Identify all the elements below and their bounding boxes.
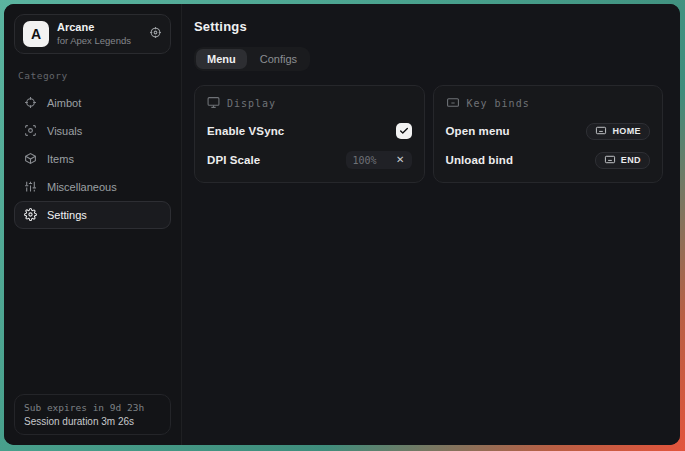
sidebar-item-label: Items — [47, 153, 74, 165]
monitor-icon — [207, 96, 220, 111]
keybinds-card: Key binds Open menu HOME — [433, 85, 664, 183]
open-menu-row: Open menu HOME — [446, 122, 651, 140]
tab-bar: Menu Configs — [194, 47, 310, 71]
sidebar: A Arcane for Apex Legends Category — [4, 4, 182, 445]
clear-icon[interactable]: ✕ — [396, 155, 404, 165]
sidebar-item-label: Aimbot — [47, 97, 81, 109]
page-title: Settings — [194, 19, 663, 34]
vsync-row: Enable VSync — [207, 122, 412, 140]
unload-bind-row: Unload bind END — [446, 151, 651, 169]
sidebar-category-label: Category — [18, 70, 167, 81]
keyboard-icon — [604, 151, 616, 169]
open-menu-bind-button[interactable]: HOME — [586, 123, 650, 140]
tab-configs[interactable]: Configs — [249, 49, 308, 69]
eye-icon — [24, 124, 37, 139]
sidebar-item-settings[interactable]: Settings — [14, 201, 171, 229]
keybinds-card-title: Key binds — [467, 98, 530, 109]
keyboard-icon — [446, 96, 460, 111]
app-logo-letter: A — [31, 26, 41, 42]
display-card: Display Enable VSync DPI Scale — [194, 85, 425, 183]
crosshair-status-icon[interactable] — [149, 25, 162, 43]
sidebar-item-items[interactable]: Items — [14, 145, 171, 173]
sidebar-item-miscellaneous[interactable]: Miscellaneous — [14, 173, 171, 201]
sidebar-nav: Aimbot Visuals Items — [14, 89, 171, 229]
vsync-checkbox[interactable] — [396, 123, 412, 139]
sidebar-item-visuals[interactable]: Visuals — [14, 117, 171, 145]
app-logo-card: A Arcane for Apex Legends — [14, 14, 171, 54]
sidebar-item-label: Visuals — [47, 125, 82, 137]
app-title-block: Arcane for Apex Legends — [57, 21, 141, 47]
app-subtitle: for Apex Legends — [57, 35, 141, 47]
package-icon — [24, 152, 37, 167]
keyboard-icon — [595, 122, 607, 140]
sidebar-item-label: Settings — [47, 209, 87, 221]
sidebar-item-aimbot[interactable]: Aimbot — [14, 89, 171, 117]
sidebar-spacer — [14, 229, 171, 394]
sidebar-item-label: Miscellaneous — [47, 181, 117, 193]
dpi-row: DPI Scale 100% ✕ — [207, 151, 412, 169]
unload-bind-button[interactable]: END — [595, 152, 650, 169]
app-name: Arcane — [57, 21, 141, 35]
app-window: A Arcane for Apex Legends Category — [4, 4, 680, 445]
dpi-scale-input[interactable]: 100% ✕ — [346, 151, 412, 169]
dpi-label: DPI Scale — [207, 154, 260, 166]
settings-cards-row: Display Enable VSync DPI Scale — [194, 85, 663, 183]
unload-bind-label: Unload bind — [446, 154, 514, 166]
check-icon — [399, 122, 409, 140]
dpi-scale-value: 100% — [353, 155, 377, 166]
unload-bind-key: END — [621, 155, 641, 165]
session-duration-text: Session duration 3m 26s — [24, 416, 161, 427]
keybinds-card-header: Key binds — [446, 96, 651, 111]
app-logo: A — [23, 21, 49, 47]
gear-icon — [24, 208, 37, 223]
vsync-label: Enable VSync — [207, 125, 284, 137]
crosshair-icon — [24, 96, 37, 111]
display-card-title: Display — [227, 98, 276, 109]
sliders-icon — [24, 180, 37, 195]
main-content: Settings Menu Configs Display — [182, 4, 680, 445]
tab-menu[interactable]: Menu — [196, 49, 247, 69]
open-menu-label: Open menu — [446, 125, 510, 137]
open-menu-bind-key: HOME — [612, 126, 641, 136]
display-card-header: Display — [207, 96, 412, 111]
sub-expires-text: Sub expires in 9d 23h — [24, 402, 161, 413]
subscription-status-card: Sub expires in 9d 23h Session duration 3… — [14, 394, 171, 435]
